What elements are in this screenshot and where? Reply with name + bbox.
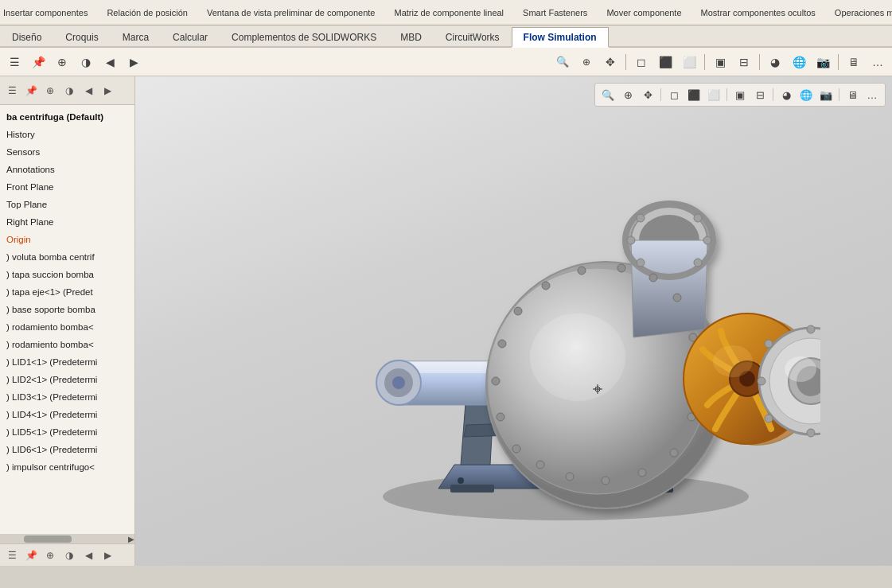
viewport[interactable]: 🔍 ⊕ ✥ ◻ ⬛ ⬜ ▣ ⊟ ◕ 🌐 📷 🖥 … [135,76,892,566]
svg-point-35 [602,477,610,485]
toolbar-item-3[interactable]: Ventana de vista preliminar de component… [207,8,376,18]
tree-rodamiento-2[interactable]: ) rodamiento bomba< [0,336,134,353]
search-zoom-icon[interactable]: 🔍 [551,51,574,73]
appearance-icon[interactable]: ◕ [764,51,786,73]
svg-point-28 [649,274,657,282]
svg-point-43 [542,282,550,290]
tree-tapa-succion[interactable]: ) tapa succion bomba [0,266,134,283]
tab-croquis[interactable]: Croquis [53,27,110,46]
vp-cube-icon[interactable]: ◻ [665,86,683,103]
svg-point-58 [807,429,815,437]
vp-appearance-icon[interactable]: ◕ [777,86,795,103]
vp-monitor-icon[interactable]: 🖥 [843,86,861,103]
section-icon[interactable]: ⊟ [733,51,755,73]
color-wheel-icon[interactable]: ◑ [75,51,97,73]
display-mode-icon[interactable]: ▣ [709,51,731,73]
vp-sep4 [839,88,839,101]
tab-bar: Diseño Croquis Marca Calcular Complement… [0,25,892,48]
bottom-icon-1[interactable]: ☰ [3,547,21,564]
monitor-icon[interactable]: 🖥 [843,51,865,73]
tab-mbd[interactable]: MBD [388,27,434,46]
toolbar-item-8[interactable]: Operaciones m... [835,8,892,18]
toolbar-item-1[interactable]: Insertar componentes [3,8,88,18]
tree-lid2[interactable]: ) LID2<1> (Predetermi [0,371,134,388]
hscroll-right-arrow[interactable]: ▶ [128,535,134,543]
svg-point-34 [638,469,646,477]
tree-voluta[interactable]: ) voluta bomba centrif [0,248,134,266]
sidebar-back-icon[interactable]: ◀ [80,82,97,99]
bottom-icon-forward[interactable]: ▶ [99,547,116,564]
wireframe-icon[interactable]: ⬜ [678,51,700,73]
sidebar-bottom-left: ☰ 📌 ⊕ ◑ ◀ ▶ [3,547,116,564]
sidebar-bottom: ☰ 📌 ⊕ ◑ ◀ ▶ [0,543,134,566]
tab-calcular[interactable]: Calcular [161,27,220,46]
toolbar-item-4[interactable]: Matriz de componente lineal [394,8,504,18]
tree-history[interactable]: History [0,126,134,143]
tree-annotations[interactable]: Annotations [0,161,134,178]
bottom-icon-3[interactable]: ⊕ [41,547,59,564]
tree-front-plane[interactable]: Front Plane [0,178,134,196]
feature-tree: ba centrifuga (Default) History Sensors … [0,105,134,534]
vp-wireframe-icon[interactable]: ⬜ [705,86,723,103]
tree-rodamiento-1[interactable]: ) rodamiento bomba< [0,318,134,336]
toolbar-item-6[interactable]: Mover componente [606,8,681,18]
tab-circuitworks[interactable]: CircuitWorks [434,27,512,46]
tree-lid1[interactable]: ) LID1<1> (Predetermi [0,353,134,371]
pin-icon[interactable]: 📌 [27,51,49,73]
tree-sensors[interactable]: Sensors [0,143,134,161]
tab-marca[interactable]: Marca [111,27,161,46]
bottom-icon-2[interactable]: 📌 [22,547,40,564]
vp-more-icon[interactable]: … [863,86,881,103]
bottom-icon-back[interactable]: ◀ [80,547,97,564]
zoom-icon[interactable]: ⊕ [575,51,598,73]
realview-icon[interactable]: 🌐 [788,51,810,73]
tree-lid3[interactable]: ) LID3<1> (Predetermi [0,388,134,406]
sidebar-toggle-icon[interactable]: ☰ [3,82,21,99]
tree-tapa-eje[interactable]: ) tapa eje<1> (Predet [0,283,134,301]
tree-root[interactable]: ba centrifuga (Default) [0,108,134,126]
sidebar-hscroll-thumb[interactable] [24,535,72,543]
arrow-left-icon[interactable]: ◀ [99,51,121,73]
arrow-right-icon[interactable]: ▶ [123,51,145,73]
cube-view-icon[interactable]: ◻ [630,51,652,73]
vp-pan-icon[interactable]: ✥ [639,86,656,103]
tree-lid4[interactable]: ) LID4<1> (Predetermi [0,406,134,423]
tree-base-soporte[interactable]: ) base soporte bomba [0,301,134,318]
toggle-sidebar-icon[interactable]: ☰ [3,51,25,73]
vp-realview-icon[interactable]: 🌐 [797,86,815,103]
photoview-icon[interactable]: 📷 [812,51,834,73]
sidebar-top-icons: ☰ 📌 ⊕ ◑ ◀ ▶ [0,76,134,105]
svg-point-25 [637,259,645,267]
vp-shaded-icon[interactable]: ⬛ [685,86,703,103]
tree-lid6[interactable]: ) LID6<1> (Predetermi [0,441,134,458]
svg-point-33 [670,449,678,457]
shaded-icon[interactable]: ⬛ [654,51,676,73]
tree-origin[interactable]: Origin [0,231,134,248]
sidebar-crosshair-icon[interactable]: ⊕ [41,82,59,99]
tree-right-plane[interactable]: Right Plane [0,213,134,231]
crosshair-icon[interactable]: ⊕ [51,51,73,73]
bottom-icon-4[interactable]: ◑ [60,547,78,564]
tab-flow-simulation[interactable]: Flow Simulation [512,27,609,48]
tab-diseno[interactable]: Diseño [0,27,53,46]
extra-icon[interactable]: … [867,51,889,73]
sidebar-hscroll[interactable]: ▶ [0,534,134,543]
tree-impulsor[interactable]: ) impulsor centrifugo< [0,458,134,476]
tree-lid5[interactable]: ) LID5<1> (Predetermi [0,423,134,441]
toolbar-item-7[interactable]: Mostrar componentes ocultos [701,8,816,18]
sidebar-forward-icon[interactable]: ▶ [99,82,116,99]
toolbar-item-5[interactable]: Smart Fasteners [523,8,587,18]
vp-photo-icon[interactable]: 📷 [817,86,835,103]
toolbar-item-2[interactable]: Relación de posición [107,8,188,18]
tab-complementos[interactable]: Complementos de SOLIDWORKS [220,27,388,46]
pan-icon[interactable]: ✥ [599,51,621,73]
tree-top-plane[interactable]: Top Plane [0,196,134,213]
svg-point-21 [694,214,702,222]
sidebar-color-icon[interactable]: ◑ [60,82,78,99]
vp-search-icon[interactable]: 🔍 [599,86,617,103]
vp-zoom-icon[interactable]: ⊕ [619,86,637,103]
vp-display-icon[interactable]: ▣ [731,86,749,103]
svg-point-53 [785,356,816,382]
sidebar-pin-icon[interactable]: 📌 [22,82,40,99]
vp-section-icon[interactable]: ⊟ [751,86,769,103]
